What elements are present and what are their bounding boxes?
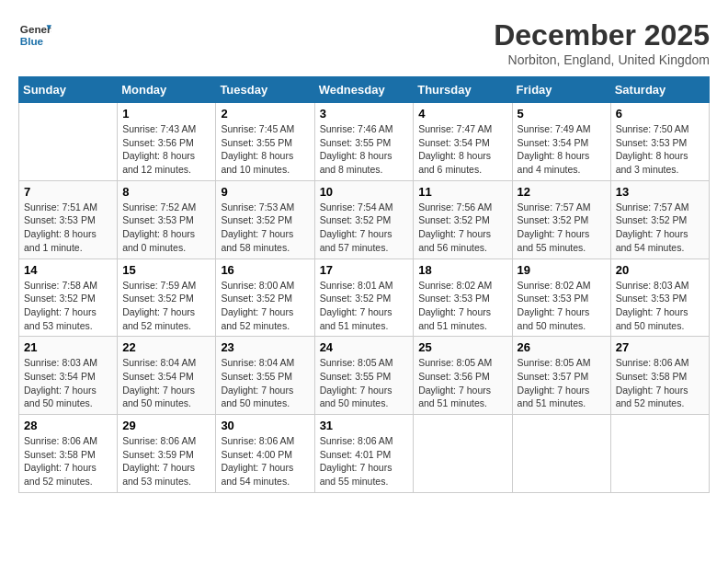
calendar-week-row: 21Sunrise: 8:03 AM Sunset: 3:54 PM Dayli… — [19, 337, 710, 415]
day-number: 20 — [616, 263, 704, 277]
calendar-cell — [512, 415, 610, 493]
calendar-cell: 11Sunrise: 7:56 AM Sunset: 3:52 PM Dayli… — [414, 180, 512, 259]
day-info: Sunrise: 8:03 AM Sunset: 3:54 PM Dayligh… — [24, 356, 112, 410]
day-number: 6 — [616, 107, 704, 121]
calendar-cell: 26Sunrise: 8:05 AM Sunset: 3:57 PM Dayli… — [512, 337, 610, 415]
page-header: General Blue December 2025 Norbiton, Eng… — [18, 18, 710, 67]
calendar-cell: 1Sunrise: 7:43 AM Sunset: 3:56 PM Daylig… — [118, 103, 216, 181]
calendar-cell: 16Sunrise: 8:00 AM Sunset: 3:52 PM Dayli… — [216, 259, 314, 337]
day-number: 12 — [518, 185, 606, 199]
day-number: 23 — [221, 340, 309, 354]
day-number: 21 — [24, 340, 112, 354]
calendar-week-row: 7Sunrise: 7:51 AM Sunset: 3:53 PM Daylig… — [19, 180, 710, 259]
day-info: Sunrise: 8:06 AM Sunset: 3:59 PM Dayligh… — [122, 434, 210, 488]
weekday-header-sunday: Sunday — [19, 77, 118, 103]
day-info: Sunrise: 8:00 AM Sunset: 3:52 PM Dayligh… — [221, 279, 309, 333]
calendar-cell: 24Sunrise: 8:05 AM Sunset: 3:55 PM Dayli… — [314, 337, 414, 415]
day-info: Sunrise: 7:54 AM Sunset: 3:52 PM Dayligh… — [320, 201, 409, 255]
day-number: 3 — [320, 107, 409, 121]
calendar-cell: 10Sunrise: 7:54 AM Sunset: 3:52 PM Dayli… — [314, 180, 414, 259]
day-number: 16 — [221, 263, 309, 277]
day-info: Sunrise: 8:05 AM Sunset: 3:56 PM Dayligh… — [418, 356, 506, 410]
day-info: Sunrise: 7:58 AM Sunset: 3:52 PM Dayligh… — [24, 279, 112, 333]
calendar-week-row: 1Sunrise: 7:43 AM Sunset: 3:56 PM Daylig… — [19, 103, 710, 181]
calendar-cell: 4Sunrise: 7:47 AM Sunset: 3:54 PM Daylig… — [414, 103, 512, 181]
calendar-cell: 9Sunrise: 7:53 AM Sunset: 3:52 PM Daylig… — [216, 180, 314, 259]
calendar-cell: 25Sunrise: 8:05 AM Sunset: 3:56 PM Dayli… — [414, 337, 512, 415]
calendar-cell: 13Sunrise: 7:57 AM Sunset: 3:52 PM Dayli… — [610, 180, 709, 259]
calendar-cell: 22Sunrise: 8:04 AM Sunset: 3:54 PM Dayli… — [118, 337, 216, 415]
day-info: Sunrise: 7:57 AM Sunset: 3:52 PM Dayligh… — [616, 201, 704, 255]
calendar-cell: 17Sunrise: 8:01 AM Sunset: 3:52 PM Dayli… — [314, 259, 414, 337]
day-info: Sunrise: 7:49 AM Sunset: 3:54 PM Dayligh… — [518, 122, 606, 177]
calendar-week-row: 28Sunrise: 8:06 AM Sunset: 3:58 PM Dayli… — [19, 415, 710, 493]
day-number: 25 — [418, 340, 506, 354]
day-info: Sunrise: 7:50 AM Sunset: 3:53 PM Dayligh… — [616, 122, 704, 177]
calendar-cell: 5Sunrise: 7:49 AM Sunset: 3:54 PM Daylig… — [512, 103, 610, 181]
day-info: Sunrise: 8:03 AM Sunset: 3:53 PM Dayligh… — [616, 279, 704, 333]
logo-icon: General Blue — [18, 18, 51, 52]
calendar-cell — [19, 103, 118, 181]
day-number: 27 — [616, 340, 704, 354]
day-number: 5 — [518, 107, 606, 121]
day-info: Sunrise: 8:02 AM Sunset: 3:53 PM Dayligh… — [418, 279, 506, 333]
svg-text:Blue: Blue — [20, 35, 44, 47]
location-subtitle: Norbiton, England, United Kingdom — [494, 52, 710, 67]
logo: General Blue — [18, 18, 51, 52]
day-info: Sunrise: 7:46 AM Sunset: 3:55 PM Dayligh… — [320, 122, 409, 177]
day-number: 2 — [221, 107, 309, 121]
day-number: 26 — [518, 340, 606, 354]
calendar-cell: 12Sunrise: 7:57 AM Sunset: 3:52 PM Dayli… — [512, 180, 610, 259]
calendar-cell — [610, 415, 709, 493]
day-number: 29 — [122, 419, 210, 432]
calendar-cell — [414, 415, 512, 493]
calendar-cell: 20Sunrise: 8:03 AM Sunset: 3:53 PM Dayli… — [610, 259, 709, 337]
day-info: Sunrise: 8:05 AM Sunset: 3:57 PM Dayligh… — [518, 356, 606, 410]
day-info: Sunrise: 8:05 AM Sunset: 3:55 PM Dayligh… — [320, 356, 409, 410]
day-number: 30 — [221, 419, 309, 432]
calendar-cell: 7Sunrise: 7:51 AM Sunset: 3:53 PM Daylig… — [19, 180, 118, 259]
day-info: Sunrise: 7:56 AM Sunset: 3:52 PM Dayligh… — [418, 201, 506, 255]
title-block: December 2025 Norbiton, England, United … — [494, 18, 710, 67]
day-info: Sunrise: 8:06 AM Sunset: 4:00 PM Dayligh… — [221, 434, 309, 488]
day-number: 8 — [122, 185, 210, 199]
weekday-header-row: SundayMondayTuesdayWednesdayThursdayFrid… — [19, 77, 710, 103]
day-number: 24 — [320, 340, 409, 354]
day-number: 10 — [320, 185, 409, 199]
day-number: 19 — [518, 263, 606, 277]
day-info: Sunrise: 8:06 AM Sunset: 3:58 PM Dayligh… — [24, 434, 112, 488]
day-number: 22 — [122, 340, 210, 354]
day-info: Sunrise: 7:53 AM Sunset: 3:52 PM Dayligh… — [221, 201, 309, 255]
day-info: Sunrise: 7:57 AM Sunset: 3:52 PM Dayligh… — [518, 201, 606, 255]
day-number: 28 — [24, 419, 112, 432]
day-info: Sunrise: 8:04 AM Sunset: 3:55 PM Dayligh… — [221, 356, 309, 410]
calendar-cell: 27Sunrise: 8:06 AM Sunset: 3:58 PM Dayli… — [610, 337, 709, 415]
calendar-cell: 28Sunrise: 8:06 AM Sunset: 3:58 PM Dayli… — [19, 415, 118, 493]
weekday-header-thursday: Thursday — [414, 77, 512, 103]
day-number: 14 — [24, 263, 112, 277]
calendar-cell: 2Sunrise: 7:45 AM Sunset: 3:55 PM Daylig… — [216, 103, 314, 181]
day-info: Sunrise: 7:51 AM Sunset: 3:53 PM Dayligh… — [24, 201, 112, 255]
day-info: Sunrise: 7:47 AM Sunset: 3:54 PM Dayligh… — [418, 122, 506, 177]
calendar-cell: 6Sunrise: 7:50 AM Sunset: 3:53 PM Daylig… — [610, 103, 709, 181]
day-info: Sunrise: 8:04 AM Sunset: 3:54 PM Dayligh… — [122, 356, 210, 410]
weekday-header-tuesday: Tuesday — [216, 77, 314, 103]
day-info: Sunrise: 7:45 AM Sunset: 3:55 PM Dayligh… — [221, 122, 309, 177]
month-title: December 2025 — [494, 18, 710, 52]
day-info: Sunrise: 8:01 AM Sunset: 3:52 PM Dayligh… — [320, 279, 409, 333]
calendar-cell: 23Sunrise: 8:04 AM Sunset: 3:55 PM Dayli… — [216, 337, 314, 415]
calendar-week-row: 14Sunrise: 7:58 AM Sunset: 3:52 PM Dayli… — [19, 259, 710, 337]
day-info: Sunrise: 7:52 AM Sunset: 3:53 PM Dayligh… — [122, 201, 210, 255]
calendar-cell: 18Sunrise: 8:02 AM Sunset: 3:53 PM Dayli… — [414, 259, 512, 337]
calendar-cell: 19Sunrise: 8:02 AM Sunset: 3:53 PM Dayli… — [512, 259, 610, 337]
day-number: 18 — [418, 263, 506, 277]
calendar-cell: 3Sunrise: 7:46 AM Sunset: 3:55 PM Daylig… — [314, 103, 414, 181]
day-number: 1 — [122, 107, 210, 121]
calendar-table: SundayMondayTuesdayWednesdayThursdayFrid… — [18, 76, 710, 493]
day-number: 7 — [24, 185, 112, 199]
calendar-cell: 29Sunrise: 8:06 AM Sunset: 3:59 PM Dayli… — [118, 415, 216, 493]
weekday-header-saturday: Saturday — [610, 77, 709, 103]
day-number: 17 — [320, 263, 409, 277]
calendar-cell: 8Sunrise: 7:52 AM Sunset: 3:53 PM Daylig… — [118, 180, 216, 259]
day-info: Sunrise: 8:02 AM Sunset: 3:53 PM Dayligh… — [518, 279, 606, 333]
